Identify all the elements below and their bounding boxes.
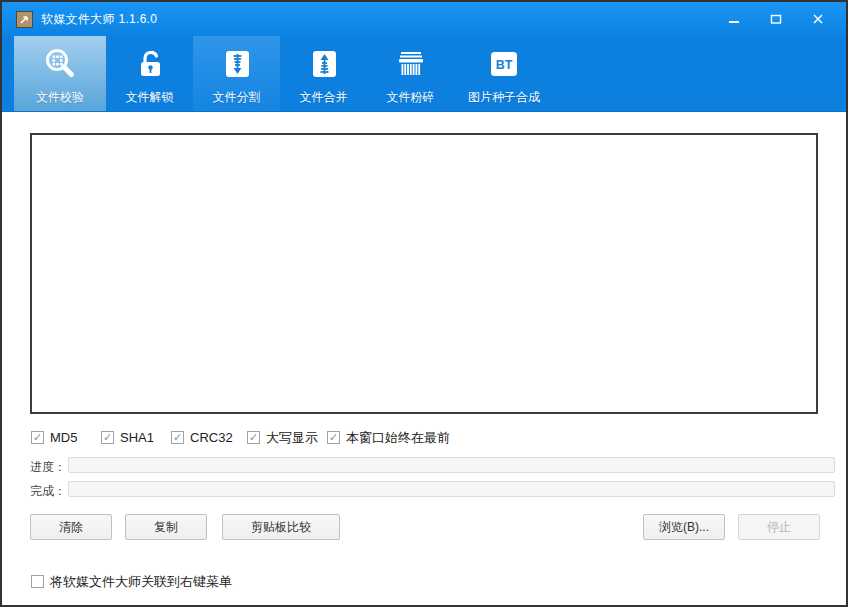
tab-label: 文件合并 [300,89,348,106]
tab-label: 文件解锁 [126,89,174,106]
checkbox-uppercase[interactable]: ✓ 大写显示 [247,430,318,445]
checksum-magnifier-icon [42,44,78,84]
tab-file-split[interactable]: 文件分割 [193,36,280,111]
minimize-icon[interactable] [720,7,748,31]
file-split-icon [220,44,254,84]
tab-label: 文件校验 [36,89,84,106]
checkbox-label: CRC32 [190,430,233,445]
window-title: 软媒文件大师 1.1.6.0 [41,11,157,28]
checkbox-box: ✓ [247,431,260,444]
checkbox-label: 本窗口始终在最前 [346,429,450,447]
file-shred-icon [393,44,429,84]
tab-file-shred[interactable]: 文件粉碎 [367,36,454,111]
svg-text:BT: BT [496,58,513,72]
tab-image-torrent-merge[interactable]: BT 图片种子合成 [454,36,554,111]
app-window: 软媒文件大师 1.1.6.0 [0,0,848,607]
clipboard-compare-button[interactable]: 剪贴板比较 [222,514,340,540]
checkbox-sha1[interactable]: ✓ SHA1 [101,430,154,445]
checkbox-md5[interactable]: ✓ MD5 [31,430,77,445]
unlock-icon [133,44,167,84]
tab-file-unlock[interactable]: 文件解锁 [106,36,193,111]
checkbox-always-on-top[interactable]: ✓ 本窗口始终在最前 [327,430,450,445]
stop-button[interactable]: 停止 [738,514,820,540]
checkbox-label: SHA1 [120,430,154,445]
checkbox-box: ✓ [101,431,114,444]
clear-button[interactable]: 清除 [30,514,112,540]
progress-bar [68,457,835,473]
progress-label: 进度： [30,459,66,476]
complete-label: 完成： [30,483,66,500]
window-controls [720,7,832,31]
file-merge-icon [307,44,341,84]
checkbox-box: ✓ [327,431,340,444]
tab-label: 文件粉碎 [387,89,435,106]
checkbox-context-menu[interactable]: ✓ 将软媒文件大师关联到右键菜单 [31,574,232,589]
app-logo-icon [16,11,33,28]
copy-button[interactable]: 复制 [125,514,207,540]
tab-label: 图片种子合成 [468,89,540,106]
checkbox-label: 将软媒文件大师关联到右键菜单 [50,573,232,591]
tab-label: 文件分割 [213,89,261,106]
checkbox-box: ✓ [31,575,44,588]
checkbox-box: ✓ [171,431,184,444]
complete-bar [68,481,835,497]
checksum-result-area[interactable] [30,133,818,414]
checkbox-label: MD5 [50,430,77,445]
toolbar: 文件校验 文件解锁 [2,36,846,112]
browse-button[interactable]: 浏览(B)... [643,514,725,540]
bt-icon: BT [487,44,521,84]
titlebar: 软媒文件大师 1.1.6.0 [2,2,846,36]
tab-file-merge[interactable]: 文件合并 [280,36,367,111]
close-icon[interactable] [804,7,832,31]
checkbox-crc32[interactable]: ✓ CRC32 [171,430,233,445]
tab-file-checksum[interactable]: 文件校验 [14,36,106,111]
checkbox-label: 大写显示 [266,429,318,447]
checkbox-box: ✓ [31,431,44,444]
maximize-icon[interactable] [762,7,790,31]
